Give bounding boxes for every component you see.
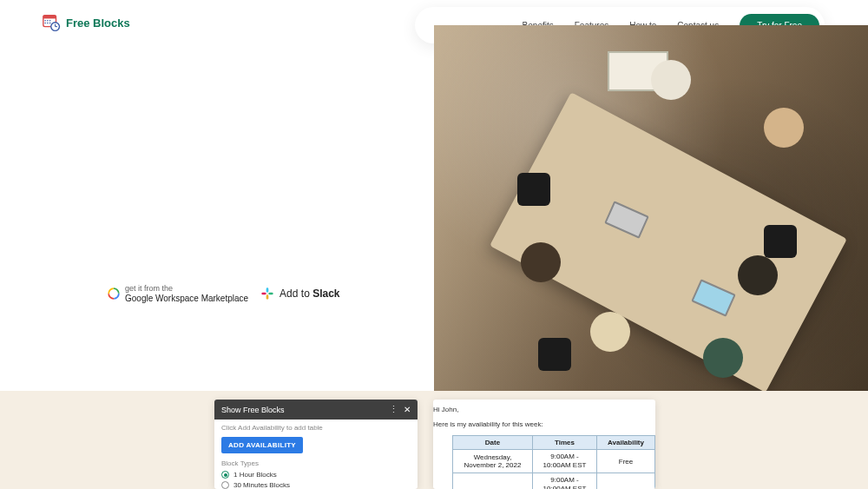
svg-rect-18 (266, 295, 269, 300)
cell-date: Wednesday, November 2, 2022 (453, 450, 533, 473)
svg-rect-1 (43, 16, 56, 19)
svg-rect-17 (268, 293, 273, 295)
table-row: Thursday, November 3, 2022 9:00AM - 10:0… (453, 473, 655, 490)
email-greeting: Hi John, (433, 406, 655, 413)
add-to-slack-link[interactable]: Add to Slack (260, 287, 339, 301)
radio-icon (221, 471, 229, 479)
slack-text: Add to Slack (279, 287, 339, 300)
svg-rect-19 (261, 293, 266, 295)
brand-logo[interactable]: Free Blocks (42, 13, 130, 32)
radio-30min-label: 30 Minutes Blocks (233, 481, 290, 489)
radio-1hour[interactable]: 1 Hour Blocks (221, 471, 411, 479)
email-intro: Here is my availability for this week: (433, 420, 655, 428)
slack-icon (260, 287, 274, 301)
google-workspace-icon (108, 287, 120, 300)
svg-point-6 (47, 23, 49, 24)
radio-30min[interactable]: 30 Minutes Blocks (221, 481, 411, 489)
th-times: Times (533, 436, 597, 450)
sidebar-demo-title: Show Free Blocks (221, 406, 285, 414)
availability-table: Date Times Availability Wednesday, Novem… (452, 435, 655, 489)
marketplace-links: get it from the Google Workspace Marketp… (108, 285, 340, 303)
add-availability-button[interactable]: ADD AVAILABILITY (221, 437, 303, 453)
google-workspace-text: get it from the Google Workspace Marketp… (125, 285, 248, 303)
brand-name: Free Blocks (66, 17, 130, 30)
th-date: Date (453, 436, 533, 450)
sidebar-demo-titlebar: Show Free Blocks ⋮ ✕ (214, 400, 418, 420)
table-row: Wednesday, November 2, 2022 9:00AM - 10:… (453, 450, 655, 473)
cell-times: 9:00AM - 10:00AM EST 2:00PM - 3:00PM EST… (533, 473, 597, 490)
svg-point-2 (44, 20, 46, 22)
radio-1hour-label: 1 Hour Blocks (233, 471, 277, 479)
email-demo: Hi John, Here is my availability for thi… (433, 400, 655, 489)
calendar-clock-icon (42, 13, 61, 32)
hero-photo (434, 25, 868, 391)
svg-point-4 (49, 20, 51, 22)
svg-rect-16 (266, 288, 269, 293)
demo-panels: Show Free Blocks ⋮ ✕ Click Add Availabil… (214, 400, 654, 489)
cell-avail: Free (597, 473, 655, 490)
radio-icon (221, 481, 229, 489)
cell-date: Thursday, November 3, 2022 (453, 473, 533, 490)
svg-point-5 (44, 23, 46, 24)
svg-point-3 (47, 20, 49, 22)
close-icon[interactable]: ✕ (404, 405, 411, 414)
th-availability: Availability (597, 436, 655, 450)
free-blocks-sidebar-demo: Show Free Blocks ⋮ ✕ Click Add Availabil… (214, 400, 418, 489)
google-workspace-link[interactable]: get it from the Google Workspace Marketp… (108, 285, 248, 303)
sidebar-hint: Click Add Availability to add table (221, 424, 411, 432)
block-types-label: Block Types (221, 459, 411, 467)
cell-avail: Free (597, 450, 655, 473)
more-icon[interactable]: ⋮ (389, 404, 397, 415)
cell-times: 9:00AM - 10:00AM EST (533, 450, 597, 473)
svg-point-7 (49, 23, 51, 24)
